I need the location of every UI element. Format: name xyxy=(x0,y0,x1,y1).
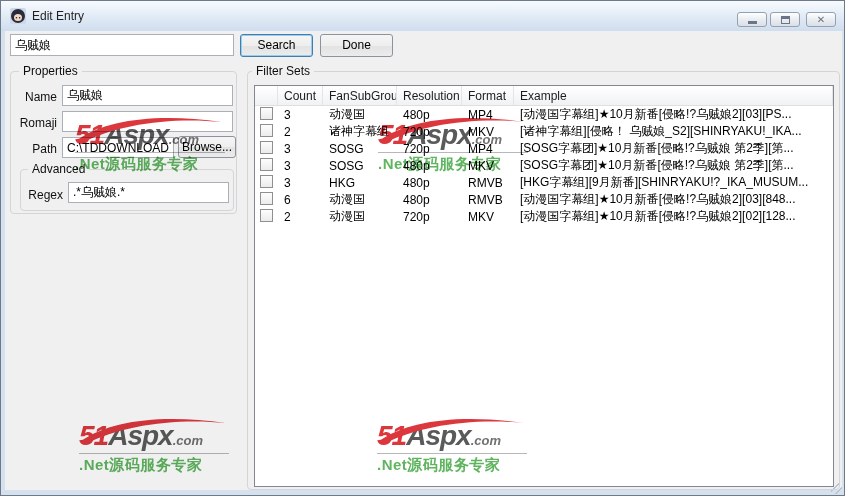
row-checkbox[interactable] xyxy=(260,209,273,222)
cell-example: [HKG字幕组][9月新番][SHINRYAKU!?_IKA_MUSUM... xyxy=(514,174,833,191)
name-field[interactable] xyxy=(62,85,233,106)
cell-group: HKG xyxy=(323,176,397,190)
title-bar[interactable]: Edit Entry ✕ xyxy=(1,1,844,31)
path-label: Path xyxy=(9,142,57,156)
cell-resolution: 720p xyxy=(397,210,462,224)
maximize-button[interactable] xyxy=(770,12,800,27)
cell-count: 2 xyxy=(278,125,323,139)
table-header: Count FanSubGroup Resolution Format Exam… xyxy=(255,86,833,106)
browse-button[interactable]: Browse... xyxy=(178,136,236,158)
table-row[interactable]: 3 SOSG 480p MKV [SOSG字幕团]★10月新番[侵略!?乌贼娘 … xyxy=(255,157,833,174)
name-label: Name xyxy=(9,90,57,104)
minimize-icon xyxy=(748,21,757,24)
romaji-field[interactable] xyxy=(62,111,233,132)
row-checkbox[interactable] xyxy=(260,192,273,205)
cell-resolution: 480p xyxy=(397,159,462,173)
cell-group: 诸神字幕组 xyxy=(323,123,397,140)
cell-example: [动漫国字幕组]★10月新番[侵略!?乌贼娘2][02][128... xyxy=(514,208,833,225)
cell-count: 3 xyxy=(278,159,323,173)
cell-format: MP4 xyxy=(462,142,514,156)
cell-resolution: 720p xyxy=(397,125,462,139)
row-checkbox[interactable] xyxy=(260,124,273,137)
cell-group: 动漫国 xyxy=(323,208,397,225)
cell-format: MKV xyxy=(462,159,514,173)
cell-count: 3 xyxy=(278,176,323,190)
cell-format: RMVB xyxy=(462,176,514,190)
table-row[interactable]: 3 动漫国 480p MP4 [动漫国字幕组]★10月新番[侵略!?乌贼娘2][… xyxy=(255,106,833,123)
cell-example: [动漫国字幕组]★10月新番[侵略!?乌贼娘2][03][PS... xyxy=(514,106,833,123)
close-icon: ✕ xyxy=(817,15,825,25)
cell-group: SOSG xyxy=(323,159,397,173)
cell-group: 动漫国 xyxy=(323,106,397,123)
cell-example: [诸神字幕组][侵略！ 乌贼娘_S2][SHINRYAKU!_IKA... xyxy=(514,123,833,140)
table-row[interactable]: 3 HKG 480p RMVB [HKG字幕组][9月新番][SHINRYAKU… xyxy=(255,174,833,191)
cell-count: 3 xyxy=(278,142,323,156)
search-input[interactable] xyxy=(10,34,234,56)
cell-format: MKV xyxy=(462,125,514,139)
regex-field[interactable] xyxy=(68,182,229,203)
properties-title: Properties xyxy=(19,64,82,78)
column-fansubgroup[interactable]: FanSubGroup xyxy=(323,86,397,105)
cell-group: 动漫国 xyxy=(323,191,397,208)
cell-resolution: 480p xyxy=(397,193,462,207)
row-checkbox[interactable] xyxy=(260,141,273,154)
table-row[interactable]: 6 动漫国 480p RMVB [动漫国字幕组]★10月新番[侵略!?乌贼娘2]… xyxy=(255,191,833,208)
table-row[interactable]: 2 诸神字幕组 720p MKV [诸神字幕组][侵略！ 乌贼娘_S2][SHI… xyxy=(255,123,833,140)
column-checkbox[interactable] xyxy=(255,86,278,105)
column-resolution[interactable]: Resolution xyxy=(397,86,462,105)
filter-sets-table[interactable]: Count FanSubGroup Resolution Format Exam… xyxy=(254,85,834,487)
cell-count: 6 xyxy=(278,193,323,207)
cell-resolution: 480p xyxy=(397,176,462,190)
cell-resolution: 720p xyxy=(397,142,462,156)
maximize-icon xyxy=(781,16,790,24)
regex-label: Regex xyxy=(15,188,63,202)
app-icon xyxy=(10,8,26,24)
row-checkbox[interactable] xyxy=(260,175,273,188)
edit-entry-window: Edit Entry ✕ Search Done Properties Name… xyxy=(0,0,845,496)
cell-count: 2 xyxy=(278,210,323,224)
done-button[interactable]: Done xyxy=(320,34,393,57)
cell-resolution: 480p xyxy=(397,108,462,122)
window-title: Edit Entry xyxy=(32,9,84,23)
advanced-title: Advanced xyxy=(28,162,89,176)
table-row[interactable]: 2 动漫国 720p MKV [动漫国字幕组]★10月新番[侵略!?乌贼娘2][… xyxy=(255,208,833,225)
window-controls: ✕ xyxy=(734,12,836,27)
romaji-label: Romaji xyxy=(9,116,57,130)
cell-example: [SOSG字幕团]★10月新番[侵略!?乌贼娘 第2季][第... xyxy=(514,140,833,157)
cell-count: 3 xyxy=(278,108,323,122)
filter-sets-title: Filter Sets xyxy=(252,64,314,78)
column-format[interactable]: Format xyxy=(462,86,514,105)
column-count[interactable]: Count xyxy=(278,86,323,105)
cell-format: MKV xyxy=(462,210,514,224)
row-checkbox[interactable] xyxy=(260,158,273,171)
cell-format: RMVB xyxy=(462,193,514,207)
table-row[interactable]: 3 SOSG 720p MP4 [SOSG字幕团]★10月新番[侵略!?乌贼娘 … xyxy=(255,140,833,157)
search-button[interactable]: Search xyxy=(240,34,313,57)
cell-example: [动漫国字幕组]★10月新番[侵略!?乌贼娘2][03][848... xyxy=(514,191,833,208)
minimize-button[interactable] xyxy=(737,12,767,27)
row-checkbox[interactable] xyxy=(260,107,273,120)
cell-example: [SOSG字幕团]★10月新番[侵略!?乌贼娘 第2季][第... xyxy=(514,157,833,174)
cell-group: SOSG xyxy=(323,142,397,156)
path-field[interactable] xyxy=(62,137,174,158)
cell-format: MP4 xyxy=(462,108,514,122)
column-example[interactable]: Example xyxy=(514,86,833,105)
close-button[interactable]: ✕ xyxy=(806,12,836,27)
